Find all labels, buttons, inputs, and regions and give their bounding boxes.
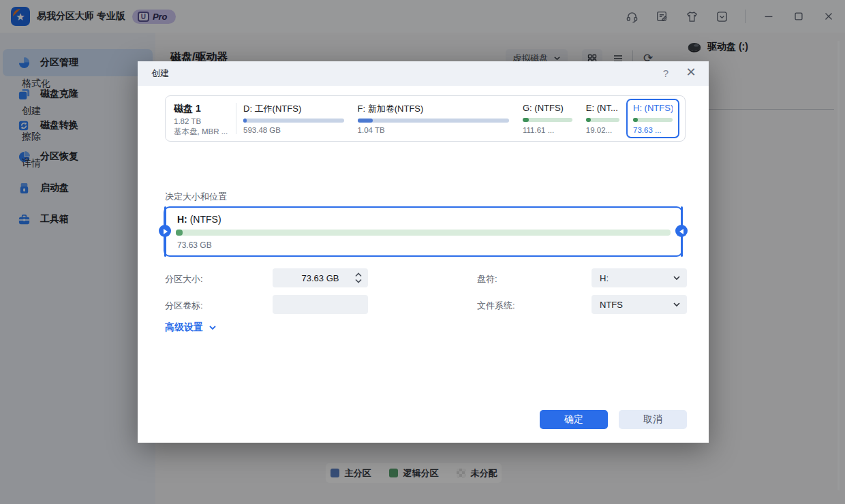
advanced-settings-link[interactable]: 高级设置: [165, 321, 217, 334]
partition-label: G: (NTFS): [523, 103, 572, 113]
disk-meta: 基本盘, MBR ...: [174, 127, 232, 137]
drive-letter-value: H:: [600, 273, 609, 283]
slider-left-handle[interactable]: [158, 206, 172, 257]
partition-size: 593.48 GB: [243, 126, 344, 134]
partition-tile-f[interactable]: F: 新加卷(NTFS) 1.04 TB: [351, 103, 516, 134]
partition-tile-d[interactable]: D: 工作(NTFS) 593.48 GB: [236, 103, 351, 134]
partition-size-value: 73.63 GB: [302, 273, 339, 283]
partition-label: F: 新加卷(NTFS): [358, 103, 509, 115]
file-system-label: 文件系统:: [477, 300, 515, 312]
partition-size: 111.61 ...: [523, 126, 572, 134]
partition-tile-e[interactable]: E: (NT... 19.02...: [579, 103, 626, 134]
partition-usage-bar: [358, 119, 509, 123]
drive-letter-select[interactable]: H:: [592, 268, 687, 287]
dialog-header: 创建 ? ✕: [138, 61, 709, 86]
size-stepper[interactable]: [355, 270, 363, 285]
chevron-down-icon: [673, 274, 681, 284]
file-system-select[interactable]: NTFS: [592, 295, 687, 314]
partition-size-label: 分区大小:: [165, 273, 203, 285]
help-icon[interactable]: ?: [658, 66, 673, 81]
partition-tile-h-selected[interactable]: H: (NTFS) 73.63 ...: [626, 99, 679, 138]
drive-letter-label: 盘符:: [477, 273, 497, 285]
advanced-settings-label: 高级设置: [165, 321, 203, 334]
partition-usage-bar: [586, 118, 619, 122]
partition-label: D: 工作(NTFS): [243, 103, 344, 115]
handle-arrow-icon: [164, 229, 168, 234]
partition-size: 19.02...: [586, 126, 619, 134]
slider-size-value: 73.63 GB: [177, 240, 212, 250]
slider-bar-fill: [176, 230, 183, 236]
disk-info: 磁盘 1 1.82 TB 基本盘, MBR ...: [174, 103, 236, 134]
partition-size-slider[interactable]: H: (NTFS) 73.63 GB: [164, 206, 683, 257]
partition-usage-bar: [243, 119, 344, 123]
slider-partition-label: H: (NTFS): [177, 214, 221, 225]
partition-tile-g[interactable]: G: (NTFS) 111.61 ...: [516, 103, 579, 134]
disk-strip: 磁盘 1 1.82 TB 基本盘, MBR ... D: 工作(NTFS) 59…: [165, 95, 686, 142]
slider-right-handle[interactable]: [675, 206, 688, 257]
partition-usage-bar: [633, 118, 673, 122]
slider-bar: [176, 230, 671, 236]
volume-label-input[interactable]: [273, 295, 368, 314]
partition-size-input[interactable]: 73.63 GB: [273, 268, 368, 287]
ok-button[interactable]: 确定: [540, 410, 608, 429]
dialog-close-icon[interactable]: ✕: [683, 65, 699, 81]
partition-label: E: (NT...: [586, 103, 619, 113]
stepper-up-icon: [355, 272, 362, 277]
cancel-button[interactable]: 取消: [619, 410, 687, 429]
size-section-label: 决定大小和位置: [165, 191, 227, 203]
disk-size: 1.82 TB: [174, 117, 232, 125]
file-system-value: NTFS: [600, 300, 623, 310]
partition-label: H: (NTFS): [633, 103, 673, 113]
dialog-title: 创建: [151, 67, 169, 80]
create-dialog: 创建 ? ✕ 磁盘 1 1.82 TB 基本盘, MBR ... D: 工作(N…: [138, 61, 709, 443]
stepper-down-icon: [355, 279, 362, 283]
chevron-down-icon: [673, 300, 681, 311]
volume-label-label: 分区卷标:: [165, 300, 203, 312]
partition-usage-bar: [523, 118, 572, 122]
chevron-down-icon: [209, 324, 217, 332]
partition-size: 73.63 ...: [633, 126, 673, 134]
handle-arrow-icon: [679, 229, 683, 234]
disk-name: 磁盘 1: [174, 103, 232, 115]
partition-size: 1.04 TB: [358, 126, 509, 134]
